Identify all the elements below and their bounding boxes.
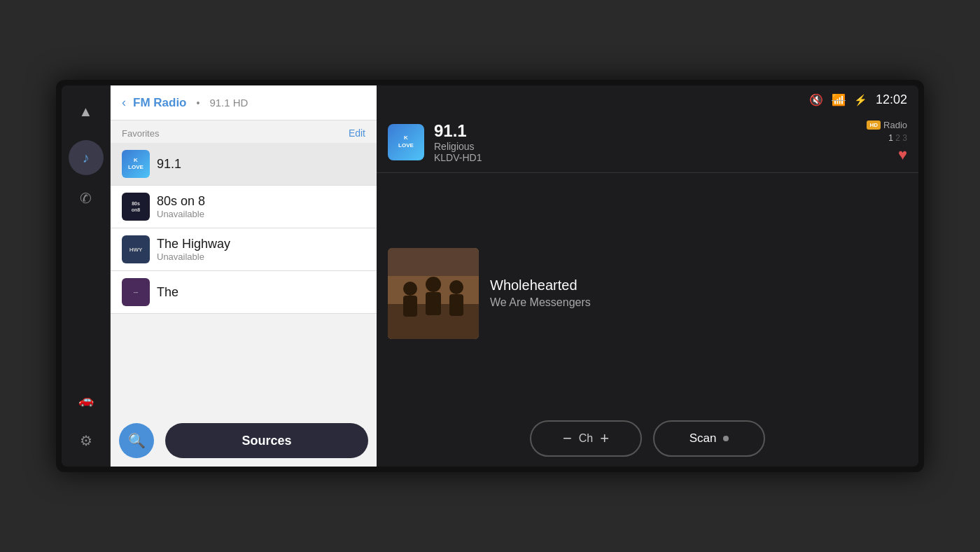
sidebar-item-car[interactable]: 🚗 [69,382,104,418]
klove-info: 91.1 [157,157,365,172]
highway-status: Unavailable [157,251,365,262]
station-item-partial[interactable]: ··· The [111,271,377,314]
header-separator: • [197,97,200,109]
highway-info: The Highway Unavailable [157,237,365,262]
channel-3: 3 [902,133,907,143]
favorites-row: Favorites Edit [111,120,377,143]
klove-name: 91.1 [157,157,365,172]
80s-name: 80s on 8 [157,194,365,209]
sidebar: ▲ ♪ ✆ 🚗 ⚙ [62,85,111,467]
80s-logo: 80son8 [122,193,150,221]
sidebar-item-phone[interactable]: ✆ [69,181,104,216]
hd-icon: HD [867,120,881,130]
svg-rect-4 [403,296,417,317]
album-placeholder [388,248,479,339]
album-art [388,248,479,339]
highway-logo: HWY [122,235,150,263]
phone-icon: ✆ [80,190,92,207]
now-playing-frequency: 91.1 [434,121,857,141]
scan-label: Scan [690,432,717,446]
main-screen: ▲ ♪ ✆ 🚗 ⚙ ‹ FM Radio • 91.1 HD [62,85,918,467]
station-item-80s8[interactable]: 80son8 80s on 8 Unavailable [111,186,377,228]
svg-rect-6 [426,292,441,315]
hd-badge: HD Radio [867,120,907,130]
highway-name: The Highway [157,237,365,251]
ch-label: Ch [579,432,593,445]
channel-2: 2 [895,133,900,143]
album-area: Wholehearted We Are Messengers [377,173,918,413]
track-title: Wholehearted [490,277,907,294]
music-icon: ♪ [83,150,90,166]
settings-icon: ⚙ [80,432,92,449]
station-item-highway[interactable]: HWY The Highway Unavailable [111,228,377,271]
signal-off-icon: 📶 [832,93,846,106]
left-bottom-controls: 🔍 Sources [111,423,377,458]
channel-minus-button[interactable]: − [563,429,572,448]
search-button[interactable]: 🔍 [119,423,154,458]
favorites-label: Favorites [122,128,159,139]
clock-display: 12:02 [876,92,907,107]
source-title: FM Radio [133,96,187,110]
now-playing-station-id: KLDV-HD1 [434,152,857,163]
scan-button[interactable]: Scan [653,420,765,457]
sources-label: Sources [241,434,291,448]
sidebar-item-music[interactable]: ♪ [69,140,104,175]
right-panel: 🔇 📶 ⚡ 12:02 KLOVE 91.1 Religious KLDV-HD… [377,85,918,467]
partial-name: The [157,285,365,300]
bottom-controls: − Ch + Scan [377,413,918,467]
navigation-icon: ▲ [79,104,93,120]
channel-numbers: 1 2 3 [888,133,907,143]
car-icon: 🚗 [78,392,94,408]
partial-info: The [157,285,365,300]
sidebar-item-settings[interactable]: ⚙ [69,423,104,458]
header-frequency: 91.1 HD [209,97,248,109]
now-playing-section: KLOVE 91.1 Religious KLDV-HD1 HD Radio [377,114,918,173]
sources-button[interactable]: Sources [165,423,368,458]
volume-off-icon: 🔇 [809,93,823,106]
track-artist: We Are Messengers [490,296,907,309]
topbar: 🔇 📶 ⚡ 12:02 [377,85,918,114]
now-playing-logo: KLOVE [388,124,424,160]
svg-point-3 [403,282,417,296]
edit-button[interactable]: Edit [349,127,365,139]
left-header: ‹ FM Radio • 91.1 HD [111,85,377,120]
active-channel: 1 [888,133,893,143]
partial-logo: ··· [122,278,150,306]
channel-plus-button[interactable]: + [600,429,609,448]
bluetooth-icon: ⚡ [854,94,867,106]
sidebar-item-navigation[interactable]: ▲ [69,94,104,129]
scan-indicator [723,436,729,441]
80s-status: Unavailable [157,209,365,219]
now-playing-genre: Religious [434,141,857,152]
now-playing-right: HD Radio 1 2 3 ♥ [867,120,907,164]
station-list: KLOVE 91.1 80son8 80s on 8 Unavailable [111,143,377,467]
screen-bezel: ▲ ♪ ✆ 🚗 ⚙ ‹ FM Radio • 91.1 HD [56,80,924,472]
station-item-klove[interactable]: KLOVE 91.1 [111,143,377,186]
favorite-button[interactable]: ♥ [898,146,907,164]
channel-control[interactable]: − Ch + [530,420,642,457]
track-info: Wholehearted We Are Messengers [490,277,907,309]
left-panel: ‹ FM Radio • 91.1 HD Favorites Edit KLOV… [111,85,377,467]
svg-point-7 [449,280,463,294]
now-playing-info: 91.1 Religious KLDV-HD1 [434,121,857,163]
svg-rect-8 [449,294,463,316]
80s-info: 80s on 8 Unavailable [157,194,365,219]
radio-label: Radio [883,120,907,130]
svg-point-5 [426,277,441,292]
klove-logo: KLOVE [122,150,150,178]
back-button[interactable]: ‹ [122,95,126,110]
search-icon: 🔍 [128,432,146,449]
